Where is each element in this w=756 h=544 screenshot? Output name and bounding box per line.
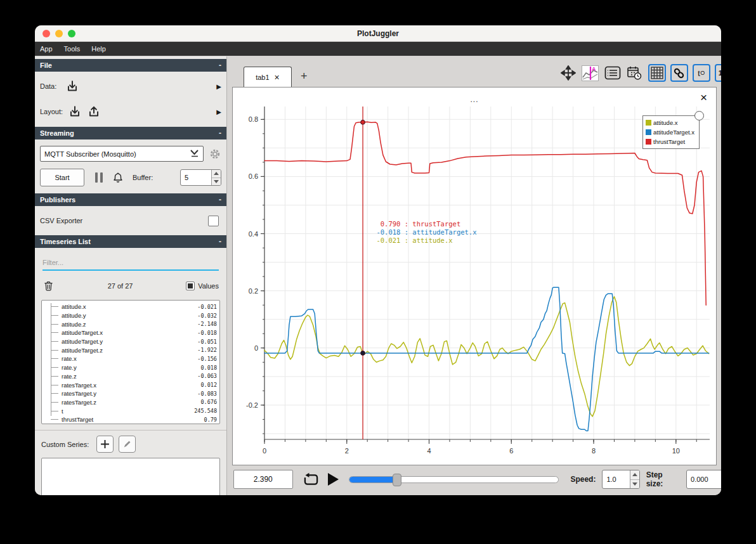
values-checkbox[interactable] [186,282,195,290]
timeseries-item[interactable]: t245.548 [42,406,217,415]
ratio-1-1-icon[interactable]: 1:1 [715,64,721,82]
screen-background: PlotJuggler App Tools Help File - Data: [0,0,756,544]
timeseries-item[interactable]: ratesTarget.y-0.083 [42,389,217,398]
notification-bell-icon[interactable] [112,171,124,185]
x-tick-label: 10 [672,447,680,455]
timeseries-name: rate.y [62,364,77,371]
grid-layout-icon[interactable] [648,64,666,82]
streaming-source-select[interactable]: MQTT Subscriber (Mosquitto) [40,146,204,162]
plotjuggler-window: PlotJuggler App Tools Help File - Data: [35,25,721,495]
legend-item[interactable]: attitudeTarget.x [646,127,696,137]
plot-title: ... [233,95,716,104]
data-row: Data: ▶ [35,77,226,96]
timeseries-item[interactable]: attitude.x-0.021 [42,302,217,311]
menu-help[interactable]: Help [91,45,106,53]
timeline-slider[interactable] [349,476,559,483]
plot-toolbar: A [559,64,721,82]
slider-handle[interactable] [393,474,401,486]
timeseries-name: rate.x [62,355,77,362]
plot-legend[interactable]: attitude.xattitudeTarget.xthrustTarget [642,115,700,149]
tracker-readout-line: 0.790 : thrustTarget [376,220,460,228]
load-data-icon[interactable] [65,79,79,93]
load-layout-icon[interactable] [68,105,82,119]
link-axes-icon[interactable] [670,64,688,82]
time-offset-icon[interactable]: tO [693,64,710,82]
trash-icon[interactable] [42,280,55,292]
timeseries-item[interactable]: rate.y0.018 [42,363,217,372]
legend-item[interactable]: attitude.x [646,118,696,127]
section-header-timeseries[interactable]: Timeseries List - [35,235,226,248]
filter-input[interactable] [42,256,219,271]
timeseries-item[interactable]: attitude.y-0.032 [42,311,217,320]
collapse-icon[interactable]: - [219,129,221,138]
buffer-spinbox[interactable]: 5 [180,169,221,186]
zoom-window-button[interactable] [68,30,75,37]
buffer-spin-arrows[interactable] [211,170,221,185]
tab-tab1[interactable]: tab1 × [244,67,292,87]
timeseries-list[interactable]: attitude.x-0.021attitude.y-0.032attitude… [41,300,220,424]
legend-label: attitudeTarget.x [653,129,694,136]
add-custom-series-button[interactable] [96,436,114,453]
menu-app[interactable]: App [40,45,53,53]
timeseries-name: ratesTarget.y [62,390,96,397]
timeseries-name: thrustTarget [62,416,93,423]
add-tab-button[interactable]: + [301,70,308,83]
tab-label: tab1 [256,74,269,81]
timeseries-item[interactable]: rate.x-0.156 [42,354,217,363]
save-layout-icon[interactable] [87,105,101,119]
section-header-file[interactable]: File - [35,59,226,72]
main-pane: tab1 × + [227,56,721,495]
step-size-spinbox[interactable]: 0.000 [686,470,721,489]
menu-tools[interactable]: Tools [64,45,81,53]
tree-branch-line [51,411,58,411]
tree-trunk-line [51,303,51,416]
minimize-window-button[interactable] [55,30,63,37]
plot-area[interactable]: 0246810-0.200.20.40.60.8 0.790 : thrustT… [232,87,717,465]
tree-branch-line [51,341,58,342]
tab-close-icon[interactable]: × [275,73,280,82]
timeseries-item[interactable]: rate.z-0.063 [42,372,217,381]
section-header-publishers[interactable]: Publishers - [35,193,226,206]
timeseries-item[interactable]: attitudeTarget.x-0.018 [42,328,217,337]
tracker-readout-line: -0.021 : attitude.x [376,236,452,244]
legend-swatch [646,139,651,145]
x-tick-label: 4 [427,447,431,455]
curve-transform-editor-icon[interactable]: A [582,64,599,82]
pause-icon[interactable] [95,172,103,183]
timeseries-item[interactable]: attitude.z-2.148 [42,320,217,328]
layout-expand-arrow-icon[interactable]: ▶ [216,108,221,115]
timeseries-value: -0.018 [197,330,217,336]
loop-icon[interactable] [303,472,319,487]
tree-branch-line [51,315,58,316]
legend-item[interactable]: thrustTarget [646,137,696,146]
buffer-value: 5 [181,170,211,185]
collapse-icon[interactable]: - [219,61,221,70]
tree-branch-line [51,402,58,403]
tree-branch-line [51,419,58,420]
data-expand-arrow-icon[interactable]: ▶ [216,83,221,90]
speed-spin-arrows[interactable] [630,470,639,488]
publishers-section-title: Publishers [40,196,75,204]
collapse-icon[interactable]: - [219,195,221,204]
close-window-button[interactable] [42,30,50,37]
play-icon[interactable] [328,473,339,486]
title-bar: PlotJuggler [35,25,721,42]
timeseries-item[interactable]: attitudeTarget.y-0.051 [42,337,217,346]
timeseries-item[interactable]: thrustTarget0.79 [42,415,217,424]
legend-toggle-knob[interactable] [694,111,704,120]
date-time-axis-icon[interactable] [626,64,644,82]
timeseries-item[interactable]: ratesTarget.z0.676 [42,398,217,407]
timeseries-item[interactable]: ratesTarget.x0.012 [42,380,217,389]
list-view-icon[interactable] [604,64,622,82]
streaming-settings-gear-icon[interactable] [209,148,221,160]
timeseries-item[interactable]: attitudeTarget.z-1.922 [42,346,217,354]
plot-close-icon[interactable]: × [700,91,707,103]
collapse-icon[interactable]: - [219,237,221,246]
current-time-field[interactable]: 2.390 [233,470,293,489]
pan-zoom-arrows-icon[interactable] [559,64,577,82]
speed-spinbox[interactable]: 1.0 [602,470,639,489]
section-header-streaming[interactable]: Streaming - [35,127,226,139]
start-button[interactable]: Start [40,169,84,186]
edit-custom-series-button[interactable] [119,436,136,453]
csv-exporter-checkbox[interactable] [208,216,219,226]
